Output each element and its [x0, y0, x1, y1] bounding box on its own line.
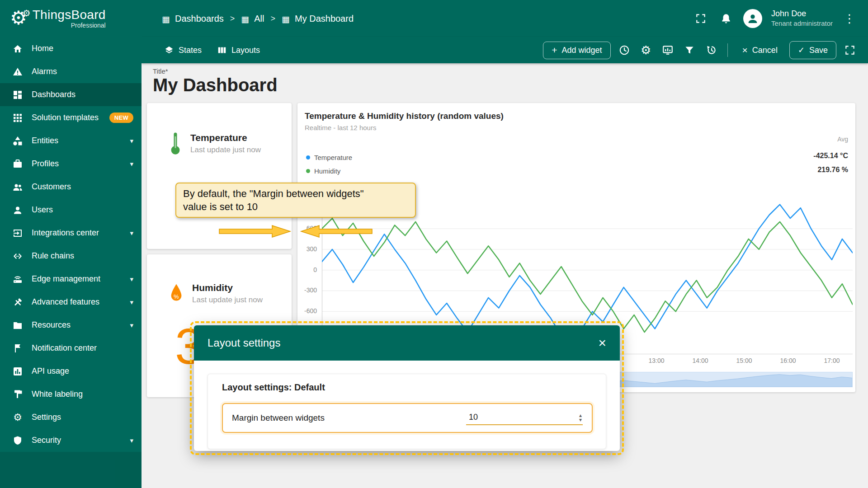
user-person-icon — [12, 204, 24, 216]
breadcrumb-all[interactable]: ▦ All — [241, 14, 264, 24]
avg-column-header: Avg — [837, 136, 848, 143]
annotation-tooltip: By default, the "Margin between widgets"… — [175, 183, 416, 218]
toolbar-right: + Add widget ⚙ × Cancel ✓ Save — [543, 41, 868, 59]
cancel-button[interactable]: × Cancel — [736, 42, 784, 59]
stepper-down-icon[interactable]: ▾ — [579, 418, 582, 422]
shield-icon — [12, 435, 24, 446]
widget-title: Humidity — [192, 282, 263, 293]
sidebar-item-label: Edge management — [32, 274, 100, 284]
integrations-input-icon — [12, 227, 24, 239]
legend-item-humidity[interactable]: Humidity — [306, 166, 352, 175]
sidebar-item-label: Dashboards — [32, 90, 75, 99]
sidebar-item-label: Customers — [32, 182, 71, 192]
breadcrumb: ▦ Dashboards > ▦ All > ▦ My Dashboard — [142, 14, 354, 24]
logo[interactable]: ⚙⚙ ThingsBoard Professional — [0, 0, 142, 37]
sidebar-item-api-usage[interactable]: API usage — [0, 360, 142, 383]
fullscreen-icon[interactable] — [693, 10, 709, 27]
save-button[interactable]: ✓ Save — [789, 41, 836, 59]
edge-router-icon — [12, 273, 24, 285]
plus-icon: + — [552, 46, 557, 54]
sidebar-item-security[interactable]: Security ▾ — [0, 429, 142, 452]
chart-legend: Temperature Humidity — [306, 153, 352, 180]
panel-title: Layout settings: Default — [222, 382, 325, 393]
sidebar-item-alarms[interactable]: Alarms — [0, 60, 142, 83]
topbar-right: John Doe Tenant administrator ⋮ — [693, 9, 868, 28]
gear-icon: ⚙ — [12, 412, 24, 423]
close-icon[interactable]: × — [598, 337, 606, 349]
sidebar-item-entities[interactable]: Entities ▾ — [0, 129, 142, 152]
fullscreen-icon[interactable] — [842, 42, 858, 58]
sidebar-item-advanced-features[interactable]: Advanced features ▾ — [0, 291, 142, 314]
chevron-down-icon: ▾ — [130, 436, 133, 445]
user-avatar[interactable] — [743, 9, 762, 28]
breadcrumb-separator: > — [230, 14, 235, 23]
toolbar-left: States Layouts — [142, 42, 266, 59]
dashboards-icon — [12, 89, 24, 101]
legend-label: Temperature — [314, 154, 352, 161]
sidebar-item-resources[interactable]: Resources ▾ — [0, 314, 142, 337]
chevron-down-icon: ▾ — [130, 160, 133, 168]
sidebar-item-edge-management[interactable]: Edge management ▾ — [0, 267, 142, 291]
dashboard-title-input[interactable]: My Dashboard — [153, 75, 278, 95]
notifications-bell-icon[interactable] — [718, 10, 734, 27]
margin-number-input[interactable]: 10 ▴▾ — [466, 411, 583, 425]
legend-dot-temperature — [306, 155, 310, 160]
sidebar-item-profiles[interactable]: Profiles ▾ — [0, 152, 142, 175]
sidebar-item-label: Integrations center — [32, 228, 99, 238]
folder-icon — [12, 319, 24, 331]
sidebar-item-label: Settings — [32, 413, 61, 422]
sidebar-item-users[interactable]: Users — [0, 198, 142, 221]
annotation-line: value is set to 10 — [183, 200, 408, 213]
sidebar-item-customers[interactable]: Customers — [0, 175, 142, 198]
chevron-down-icon: ▾ — [130, 275, 133, 283]
filter-icon[interactable] — [681, 42, 698, 58]
check-icon: ✓ — [798, 45, 805, 55]
chart-title: Temperature & Humidity history (random v… — [305, 111, 504, 121]
sidebar-item-label: Home — [32, 44, 53, 53]
layouts-button[interactable]: Layouts — [211, 42, 266, 59]
app-name: ThingsBoard — [33, 8, 106, 22]
sidebar-item-label: Alarms — [32, 67, 57, 76]
sidebar-item-settings[interactable]: ⚙ Settings — [0, 406, 142, 429]
dashboard-settings-gear-icon[interactable]: ⚙ — [638, 42, 654, 58]
margin-between-widgets-field: Margin between widgets 10 ▴▾ — [222, 403, 593, 433]
breadcrumb-label: My Dashboard — [295, 14, 354, 24]
sidebar: ⚙⚙ ThingsBoard Professional Home Alarms … — [0, 0, 142, 488]
entities-icon — [12, 135, 24, 147]
version-history-icon[interactable] — [703, 42, 719, 58]
kebab-menu-icon[interactable]: ⋮ — [842, 12, 857, 26]
add-widget-button[interactable]: + Add widget — [543, 42, 610, 59]
sidebar-item-solution-templates[interactable]: Solution templates NEW — [0, 106, 142, 129]
time-window-clock-icon[interactable] — [616, 42, 632, 58]
sidebar-item-home[interactable]: Home — [0, 37, 142, 60]
breadcrumb-dashboards[interactable]: ▦ Dashboards — [162, 14, 224, 24]
margin-annotation-arrows — [219, 224, 373, 239]
sidebar-item-dashboards[interactable]: Dashboards — [0, 83, 142, 106]
legend-label: Humidity — [314, 167, 340, 175]
dialog-body: Layout settings: Default Margin between … — [194, 361, 620, 451]
annotation-line: By default, the "Margin between widgets" — [183, 187, 408, 200]
dialog-header: Layout settings × — [194, 325, 620, 361]
layouts-columns-icon — [217, 45, 227, 55]
thingsboard-logo-icon: ⚙⚙ — [10, 7, 27, 29]
sidebar-item-white-labeling[interactable]: White labeling — [0, 383, 142, 406]
sidebar-item-label: Solution templates — [32, 113, 99, 122]
paint-icon — [12, 389, 24, 400]
legend-item-temperature[interactable]: Temperature — [306, 153, 352, 162]
states-button[interactable]: States — [158, 42, 208, 59]
sidebar-item-rule-chains[interactable]: Rule chains — [0, 244, 142, 267]
states-label: States — [179, 46, 202, 55]
user-info[interactable]: John Doe Tenant administrator — [771, 9, 833, 28]
field-label: Margin between widgets — [232, 413, 325, 423]
manage-layouts-monitor-icon[interactable] — [660, 42, 676, 58]
states-layers-icon — [164, 45, 174, 55]
breadcrumb-my-dashboard[interactable]: ▦ My Dashboard — [282, 14, 354, 24]
number-stepper[interactable]: ▴▾ — [579, 413, 582, 422]
sidebar-item-notification-center[interactable]: Notification center — [0, 337, 142, 360]
sidebar-item-integrations-center[interactable]: Integrations center ▾ — [0, 221, 142, 244]
dialog-title: Layout settings — [208, 337, 280, 349]
sidebar-item-label: Notification center — [32, 343, 97, 353]
layouts-label: Layouts — [231, 46, 260, 55]
chart-subtitle: Realtime - last 12 hours — [305, 124, 376, 131]
home-icon — [12, 43, 24, 55]
